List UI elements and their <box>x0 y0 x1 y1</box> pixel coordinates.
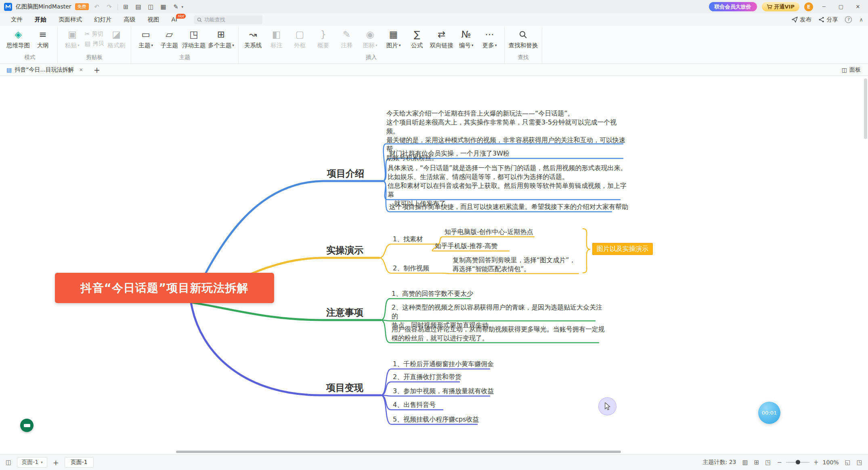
presentation-icon[interactable]: ◳ <box>857 459 862 466</box>
node-monetize-1[interactable]: 1、千粉后开通橱窗挂小黄车赚佣金 <box>393 360 494 369</box>
node-detail-text[interactable]: 具体来说，“今日话题”就是选择一个当下热门的话题，然后用视频的形式表现出来。 比… <box>388 164 630 208</box>
new-document-icon[interactable]: ⊞ <box>122 3 130 11</box>
node-monetize-5[interactable]: 5、视频挂载小程序赚cps收益 <box>393 415 479 424</box>
open-file-icon[interactable]: ▤ <box>134 3 143 11</box>
link-icon: ⇄ <box>438 30 445 40</box>
fit-page-icon[interactable]: ⊞ <box>754 459 759 466</box>
publish-button[interactable]: 发布 <box>792 16 811 23</box>
board-view-icon[interactable]: ◳ <box>765 459 771 466</box>
open-vip-button[interactable]: 开通VIP <box>762 2 799 11</box>
print-icon[interactable]: ▦ <box>159 3 168 11</box>
relationship-button[interactable]: ↝关系线 <box>241 27 265 49</box>
node-step1-zhihu-pc[interactable]: 知乎电脑版-创作中心-近期热点 <box>444 228 533 236</box>
save-icon[interactable]: ◫ <box>147 3 155 11</box>
link-button[interactable]: ⇄双向链接 <box>429 27 455 49</box>
topic-button[interactable]: ▭主题▾ <box>134 27 157 49</box>
cut-button[interactable]: ✂剪切 <box>85 30 104 38</box>
node-monetize-3[interactable]: 3、参加中视频，有播放量就有收益 <box>393 387 494 396</box>
branch-topic-notes[interactable]: 注意事项 <box>326 306 363 318</box>
floating-topic-button[interactable]: ◳浮动主题 <box>181 27 207 49</box>
zoom-in-button[interactable]: + <box>813 459 819 466</box>
panel-toggle[interactable]: ◫ 面板 <box>842 66 864 74</box>
collapse-ribbon-icon[interactable]: ∧ <box>859 17 863 23</box>
node-note1[interactable]: 1、高赞的回答字数不要太少 <box>392 289 473 298</box>
paste-button[interactable]: ▣粘贴▾ <box>61 27 84 49</box>
ribbon-group-mode: ◈思维导图 ≡大纲 模式 <box>2 27 58 63</box>
menu-home[interactable]: 开始 <box>29 13 52 26</box>
outline-mode-button[interactable]: ≡大纲 <box>31 27 55 49</box>
zoom-out-button[interactable]: − <box>777 459 782 466</box>
horizontal-scrollbar[interactable] <box>176 451 621 453</box>
minimize-icon[interactable]: ─ <box>818 4 830 10</box>
page-selector[interactable]: 页面-1 ▾ <box>17 457 47 468</box>
numbering-button[interactable]: №编号▾ <box>455 27 478 49</box>
branch-topic-monetize[interactable]: 项目变现 <box>326 381 363 394</box>
menu-view[interactable]: 视图 <box>142 13 166 26</box>
subtopic-button[interactable]: ▱子主题 <box>157 27 181 49</box>
page-grid-view-icon[interactable]: ◫ <box>6 459 11 466</box>
pages-panel-icon[interactable]: ▥ <box>742 459 748 466</box>
central-topic[interactable]: 抖音“今日话题”项目新玩法拆解 <box>55 273 274 303</box>
pen-tool-icon[interactable]: ✎ <box>172 3 180 11</box>
menu-page-style[interactable]: 页面样式 <box>52 13 88 26</box>
mindmap-mode-button[interactable]: ◈思维导图 <box>5 27 31 49</box>
node-step2[interactable]: 2、制作视频 <box>393 264 429 273</box>
multi-topic-button[interactable]: ⊞多个主题▾ <box>207 27 235 49</box>
node-step2-detail[interactable]: 复制高赞回答到剪映里，选择“图文成片”， 再选择“智能匹配表情包”。 <box>453 256 590 274</box>
node-monetize-2[interactable]: 2、开直播收打赏和带货 <box>393 373 461 381</box>
add-page-button[interactable]: + <box>53 458 59 467</box>
document-tab[interactable]: ▤ 抖音“今日...目玩法拆解 ✕ <box>4 66 86 74</box>
node-step1[interactable]: 1、找素材 <box>393 235 423 244</box>
close-icon[interactable]: ✕ <box>852 4 864 10</box>
feature-search-box[interactable] <box>194 15 262 24</box>
share-button[interactable]: 分享 <box>818 16 838 23</box>
comment-button[interactable]: ✎注释 <box>335 27 359 49</box>
page-tab[interactable]: 页面-1 <box>65 457 94 468</box>
close-tab-icon[interactable]: ✕ <box>79 67 83 73</box>
chevron-down-icon: ▾ <box>495 42 497 48</box>
node-case-text[interactable]: 财门社群有位会员实操，一个月涨了3W粉 <box>389 149 509 158</box>
more-button[interactable]: ⋯更多▾ <box>478 27 501 49</box>
menu-advanced[interactable]: 高级 <box>118 13 142 26</box>
member-promo-banner[interactable]: 联合会员大放价 <box>709 2 757 11</box>
new-tab-button[interactable]: + <box>94 65 100 74</box>
node-step1-zhihu-mobile[interactable]: 知乎手机版-推荐-高赞 <box>435 242 498 251</box>
titlebar-right: 联合会员大放价 开通VIP E ─ ▢ ✕ <box>709 2 864 11</box>
callout-button[interactable]: ◧标注 <box>265 27 288 49</box>
node-monetize-4[interactable]: 4、出售抖音号 <box>393 400 436 409</box>
summary-button[interactable]: }概要 <box>312 27 335 49</box>
branch-topic-demo[interactable]: 实操演示 <box>326 244 363 256</box>
icon-marker-button[interactable]: ◉图标▾ <box>359 27 382 49</box>
branch-topic-project-intro[interactable]: 项目介绍 <box>327 167 364 179</box>
menu-slides[interactable]: 幻灯片 <box>88 13 118 26</box>
menu-file[interactable]: 文件 <box>5 13 29 26</box>
ribbon-group-topic: ▭主题▾ ▱子主题 ◳浮动主题 ⊞多个主题▾ 主题 <box>131 27 239 63</box>
summary-topic-demo-images[interactable]: 图片以及实操演示 <box>592 243 653 255</box>
maximize-icon[interactable]: ▢ <box>835 4 847 10</box>
copy-button[interactable]: ▤拷贝 <box>85 40 104 47</box>
menu-ai[interactable]: AIHot <box>166 13 183 26</box>
support-floating-button[interactable] <box>20 419 34 432</box>
cut-icon: ✂ <box>85 30 90 38</box>
chevron-down-icon[interactable]: ▾ <box>182 5 184 9</box>
zoom-slider[interactable] <box>786 462 809 463</box>
formula-button[interactable]: ∑公式 <box>405 27 429 49</box>
picture-button[interactable]: ▦图片▾ <box>382 27 405 49</box>
redo-icon[interactable]: ↷ <box>105 3 114 11</box>
help-icon[interactable]: ? <box>845 16 852 23</box>
vertical-scrollbar[interactable] <box>864 78 867 139</box>
summary-icon: } <box>320 30 326 40</box>
search-input[interactable] <box>204 17 253 23</box>
node-outro-text[interactable]: 这个项目操作简单快捷，而且可以快速积累流量。希望我接下来的介绍对大家有帮助 <box>389 202 628 211</box>
node-note3[interactable]: 用户很容易通过评论互动，从而帮助视频获得更多曝光。当账号拥有一定规 模的粉丝后，… <box>392 325 606 343</box>
undo-icon[interactable]: ↶ <box>92 3 101 11</box>
find-replace-button[interactable]: 查找和替换 <box>507 27 539 49</box>
recording-timer-bubble[interactable]: 00:01 <box>758 402 780 424</box>
chevron-down-icon: ▾ <box>472 42 474 48</box>
avatar[interactable]: E <box>804 2 813 11</box>
boundary-button[interactable]: ▢外框 <box>288 27 312 49</box>
format-painter-button[interactable]: ◪格式刷 <box>105 27 128 49</box>
zoom-slider-knob[interactable] <box>796 460 800 464</box>
fullscreen-icon[interactable]: ◱ <box>845 459 851 466</box>
mindmap-canvas[interactable]: 抖音“今日话题”项目新玩法拆解 项目介绍 今天给大家介绍一个近期在抖音上火爆的新… <box>0 76 868 454</box>
